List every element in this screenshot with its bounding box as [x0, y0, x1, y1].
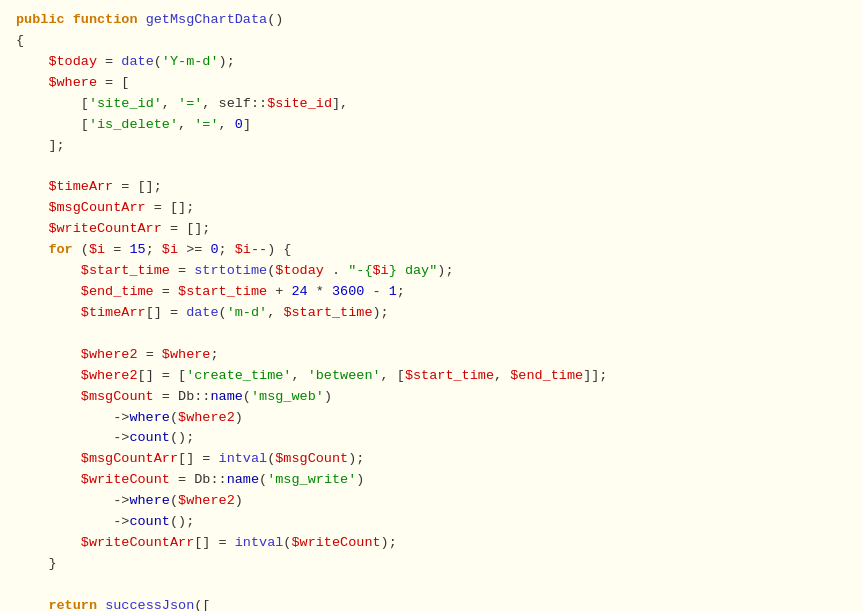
code-line: $writeCountArr = []; — [16, 219, 846, 240]
code-line: $msgCountArr = []; — [16, 198, 846, 219]
code-line: $where = [ — [16, 73, 846, 94]
code-line: return successJson([ — [16, 596, 846, 611]
code-container: public function getMsgChartData(){ $toda… — [0, 0, 862, 611]
code-line: ->count(); — [16, 428, 846, 449]
code-line: $start_time = strtotime($today . "-{$i} … — [16, 261, 846, 282]
code-line — [16, 156, 846, 177]
code-line: ->count(); — [16, 512, 846, 533]
code-line — [16, 324, 846, 345]
code-line: public function getMsgChartData() — [16, 10, 846, 31]
code-line: $where2 = $where; — [16, 345, 846, 366]
code-line: ->where($where2) — [16, 408, 846, 429]
code-line: { — [16, 31, 846, 52]
code-line: ['is_delete', '=', 0] — [16, 115, 846, 136]
code-line: ->where($where2) — [16, 491, 846, 512]
code-line: $end_time = $start_time + 24 * 3600 - 1; — [16, 282, 846, 303]
code-line: $where2[] = ['create_time', 'between', [… — [16, 366, 846, 387]
code-line: ]; — [16, 136, 846, 157]
code-line: $timeArr = []; — [16, 177, 846, 198]
code-line: $msgCountArr[] = intval($msgCount); — [16, 449, 846, 470]
code-line: $timeArr[] = date('m-d', $start_time); — [16, 303, 846, 324]
code-line — [16, 575, 846, 596]
code-line: for ($i = 15; $i >= 0; $i--) { — [16, 240, 846, 261]
code-line: ['site_id', '=', self::$site_id], — [16, 94, 846, 115]
code-line: $today = date('Y-m-d'); — [16, 52, 846, 73]
code-block: public function getMsgChartData(){ $toda… — [16, 10, 846, 611]
code-line: $writeCount = Db::name('msg_write') — [16, 470, 846, 491]
code-line: } — [16, 554, 846, 575]
code-line: $writeCountArr[] = intval($writeCount); — [16, 533, 846, 554]
code-line: $msgCount = Db::name('msg_web') — [16, 387, 846, 408]
